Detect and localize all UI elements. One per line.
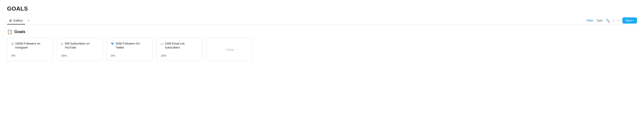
section-icon: 📋: [7, 29, 12, 34]
new-button[interactable]: New ▾: [622, 18, 637, 24]
email-icon: ▭: [161, 42, 164, 46]
section-more-button[interactable]: ···: [27, 30, 30, 34]
new-card-button[interactable]: + New: [206, 38, 252, 61]
filter-button[interactable]: Filter: [586, 18, 594, 23]
section-header: 📋 Goals ···: [7, 29, 637, 34]
sort-button[interactable]: Sort: [596, 18, 603, 23]
tabs-left: ⊞ Gallery +: [7, 16, 31, 24]
tabs-right: Filter Sort 🔍 ↕ ··· New ▾: [586, 18, 637, 24]
goal-card-1[interactable]: ▷ 500 Subscribers on YouTube 25%: [57, 38, 103, 61]
group-icon[interactable]: ↕: [613, 19, 614, 22]
card-progress-1: 25%: [61, 54, 99, 57]
card-title-row-1: ▷ 500 Subscribers on YouTube: [61, 42, 99, 50]
tab-gallery-label: Gallery: [13, 19, 23, 22]
instagram-icon: ⊙: [11, 42, 14, 46]
card-title-1: 500 Subscribers on YouTube: [65, 42, 99, 50]
card-title-row-2: 🐦 5000 Followers On Twitter: [111, 42, 149, 50]
tab-add-button[interactable]: +: [26, 16, 31, 25]
card-title-row-3: ▭ 1000 Email List Subscribers: [161, 42, 198, 50]
card-progress-0: 0%: [11, 54, 49, 57]
new-button-chevron: ▾: [632, 19, 634, 22]
card-title-2: 5000 Followers On Twitter: [116, 42, 149, 50]
search-icon[interactable]: 🔍: [606, 18, 610, 23]
new-card-label: + New: [225, 48, 234, 51]
section-title: Goals: [14, 30, 25, 34]
card-progress-2: 0%: [111, 54, 149, 57]
new-button-label: New: [626, 19, 632, 22]
card-title-3: 1000 Email List Subscribers: [165, 42, 198, 50]
goal-card-3[interactable]: ▭ 1000 Email List Subscribers 20%: [156, 38, 203, 61]
page-title: GOALS: [7, 5, 637, 12]
goal-card-0[interactable]: ⊙ 10000 Followers on Instagram 0%: [7, 38, 53, 61]
youtube-icon: ▷: [61, 42, 64, 46]
tabs-bar: ⊞ Gallery + Filter Sort 🔍 ↕ ··· New ▾: [7, 16, 637, 25]
gallery-icon: ⊞: [9, 19, 12, 22]
goals-cards-row: ⊙ 10000 Followers on Instagram 0% ▷ 500 …: [7, 38, 637, 61]
card-title-row-0: ⊙ 10000 Followers on Instagram: [11, 42, 49, 50]
card-title-0: 10000 Followers on Instagram: [15, 42, 49, 50]
tab-gallery[interactable]: ⊞ Gallery: [7, 17, 25, 24]
more-options-icon[interactable]: ···: [617, 18, 620, 22]
goal-card-2[interactable]: 🐦 5000 Followers On Twitter 0%: [107, 38, 153, 61]
card-progress-3: 20%: [161, 54, 198, 57]
twitter-icon: 🐦: [111, 42, 114, 45]
